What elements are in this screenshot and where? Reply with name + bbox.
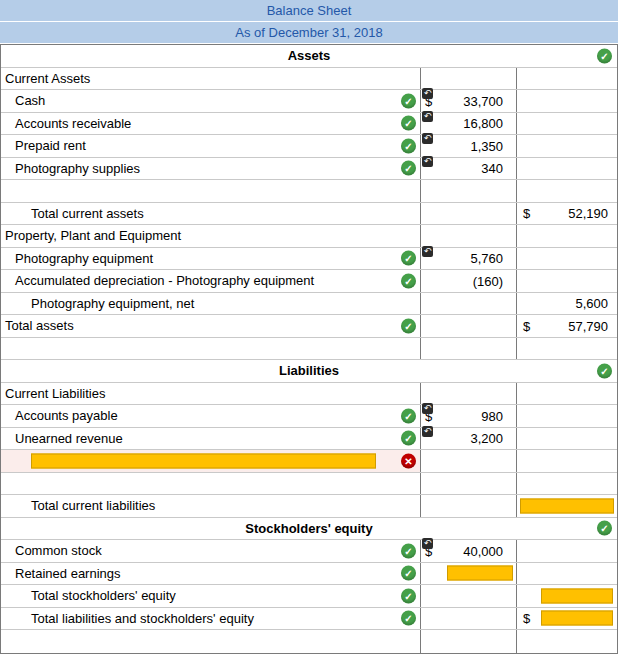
prior-answer-arrow-icon: ↶ <box>422 88 433 99</box>
amount-cell-2 <box>517 563 617 585</box>
correct-check-icon: ✓ <box>401 611 416 626</box>
amount-cell-1 <box>421 630 517 653</box>
amount-cell-1 <box>421 293 517 315</box>
dollar-sign: $ <box>523 206 530 221</box>
amount-cell-2 <box>517 180 617 202</box>
correct-check-icon: ✓ <box>401 408 416 423</box>
amount-cell-2 <box>517 450 617 472</box>
amount-cell-2: 5,600 <box>517 293 617 315</box>
amount-cell-1[interactable]: ↶1,350 <box>421 135 517 157</box>
line-item-row: Total liabilities and stockholders' equi… <box>1 608 617 631</box>
row-label-cell: Retained earnings✓ <box>1 563 421 585</box>
row-label: Total current assets <box>1 206 144 221</box>
line-item-row: Accounts receivable✓↶16,800 <box>1 113 617 136</box>
line-item-row: ✕ <box>1 450 617 473</box>
correct-check-icon: ✓ <box>401 138 416 153</box>
row-label-cell: Total liabilities and stockholders' equi… <box>1 608 421 630</box>
blank-row <box>1 180 617 203</box>
line-item-row: Common stock✓↶$40,000 <box>1 540 617 563</box>
amount-cell-1[interactable]: ↶5,760 <box>421 248 517 270</box>
amount-cell-1: (160) <box>421 270 517 292</box>
correct-check-icon: ✓ <box>401 273 416 288</box>
amount-cell-2[interactable] <box>517 495 617 517</box>
dollar-sign: $ <box>523 318 530 333</box>
row-label-cell: Common stock✓ <box>1 540 421 562</box>
row-label: Cash <box>1 93 45 108</box>
row-label-cell: Total stockholders' equity✓ <box>1 585 421 607</box>
amount-cell-2 <box>517 630 617 653</box>
answer-input-box[interactable] <box>520 498 614 513</box>
amount-cell-2 <box>517 248 617 270</box>
amount-cell-1[interactable]: ↶16,800 <box>421 113 517 135</box>
amount-cell-2 <box>517 405 617 427</box>
correct-check-icon: ✓ <box>597 363 612 378</box>
amount-cell-1[interactable] <box>421 563 517 585</box>
section-title: Stockholders' equity <box>245 521 372 536</box>
amount-value: 5,760 <box>470 251 503 266</box>
amount-cell-1 <box>421 68 517 90</box>
row-label: Photography equipment, net <box>1 296 194 311</box>
amount-cell-2 <box>517 270 617 292</box>
amount-cell-1[interactable]: ↶$980 <box>421 405 517 427</box>
blank-row <box>1 473 617 496</box>
sheet-subtitle: As of December 31, 2018 <box>0 22 618 43</box>
balance-sheet-worksheet: Balance Sheet As of December 31, 2018 As… <box>0 0 618 659</box>
section-title: Liabilities <box>279 363 339 378</box>
blank-row <box>1 630 617 653</box>
amount-cell-1 <box>421 473 517 495</box>
row-label-cell: Photography supplies✓ <box>1 158 421 180</box>
amount-cell-1[interactable]: ↶340 <box>421 158 517 180</box>
amount-cell-1[interactable]: ↶3,200 <box>421 428 517 450</box>
amount-value: 57,790 <box>568 318 608 333</box>
row-label-cell: Current Liabilities <box>1 383 421 405</box>
amount-cell-1 <box>421 383 517 405</box>
row-label: Current Liabilities <box>1 386 105 401</box>
correct-check-icon: ✓ <box>401 161 416 176</box>
row-label-cell: Total current liabilities <box>1 495 421 517</box>
section-header-row: Stockholders' equity✓ <box>1 518 617 541</box>
row-label: Common stock <box>1 543 102 558</box>
amount-value: 40,000 <box>463 543 503 558</box>
correct-check-icon: ✓ <box>597 48 612 63</box>
amount-cell-1 <box>421 338 517 360</box>
amount-cell-2 <box>517 68 617 90</box>
row-label-cell: Property, Plant and Equipment <box>1 225 421 247</box>
amount-cell-2 <box>517 540 617 562</box>
row-label-cell: Accounts payable✓ <box>1 405 421 427</box>
correct-check-icon: ✓ <box>401 566 416 581</box>
amount-cell-2[interactable]: $ <box>517 608 617 630</box>
amount-cell-2 <box>517 135 617 157</box>
row-label-cell <box>1 630 421 653</box>
correct-check-icon: ✓ <box>401 588 416 603</box>
row-label: Photography equipment <box>1 251 153 266</box>
row-label: Accumulated depreciation - Photography e… <box>1 273 314 288</box>
line-item-row: Accounts payable✓↶$980 <box>1 405 617 428</box>
correct-check-icon: ✓ <box>401 543 416 558</box>
amount-cell-2[interactable] <box>517 585 617 607</box>
amount-value: 1,350 <box>470 138 503 153</box>
amount-cell-1 <box>421 450 517 472</box>
answer-input-box[interactable] <box>447 566 513 581</box>
prior-answer-arrow-icon: ↶ <box>422 246 433 257</box>
amount-cell-1 <box>421 225 517 247</box>
amount-cell-1[interactable]: ↶$40,000 <box>421 540 517 562</box>
amount-cell-2 <box>517 383 617 405</box>
answer-input-box[interactable] <box>541 611 613 626</box>
row-label-cell: Photography equipment✓ <box>1 248 421 270</box>
amount-cell-2 <box>517 158 617 180</box>
line-item-row: Total current liabilities <box>1 495 617 518</box>
amount-cell-1[interactable]: ↶$33,700 <box>421 90 517 112</box>
correct-check-icon: ✓ <box>597 521 612 536</box>
answer-input-box[interactable] <box>31 453 376 468</box>
amount-cell-2 <box>517 473 617 495</box>
row-label-cell <box>1 180 421 202</box>
row-label-cell: Photography equipment, net <box>1 293 421 315</box>
answer-input-box[interactable] <box>541 588 613 603</box>
line-item-row: Current Liabilities <box>1 383 617 406</box>
balance-sheet-table: Assets✓Current AssetsCash✓↶$33,700Accoun… <box>0 44 618 654</box>
line-item-row: Retained earnings✓ <box>1 563 617 586</box>
amount-cell-1 <box>421 585 517 607</box>
amount-value: 3,200 <box>470 431 503 446</box>
row-label-cell[interactable]: ✕ <box>1 450 421 472</box>
amount-value: 5,600 <box>575 296 608 311</box>
